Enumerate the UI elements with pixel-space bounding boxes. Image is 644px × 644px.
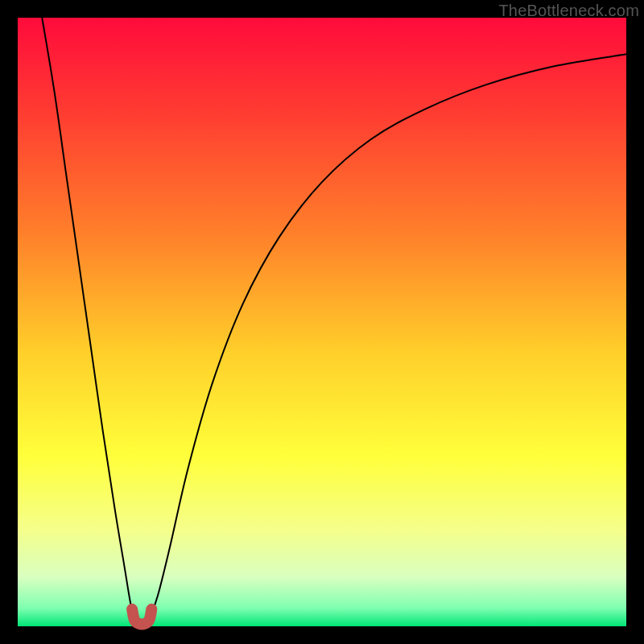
chart-frame: TheBottleneck.com [0, 0, 644, 644]
watermark-text: TheBottleneck.com [498, 2, 639, 20]
gradient-rect [18, 18, 626, 626]
chart-svg [18, 18, 626, 626]
